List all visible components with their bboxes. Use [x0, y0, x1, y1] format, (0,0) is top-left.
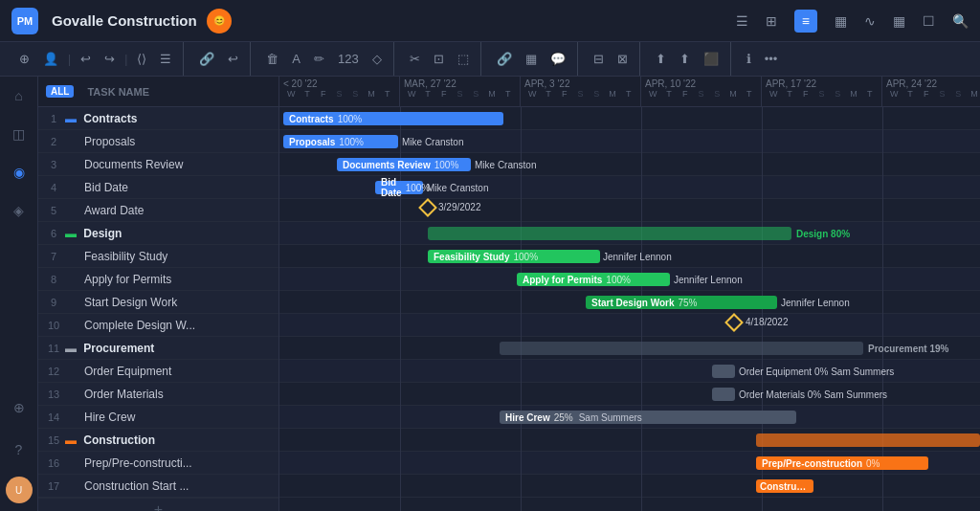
- more-btn[interactable]: •••: [761, 50, 782, 68]
- task-row[interactable]: 14 Hire Crew: [38, 406, 278, 429]
- delete-btn[interactable]: 🗑: [262, 50, 282, 68]
- calendar-icon[interactable]: ▦: [893, 13, 905, 29]
- add-btn[interactable]: ⊕: [15, 50, 33, 68]
- export1-btn[interactable]: ⬆: [652, 50, 670, 68]
- grid-btn[interactable]: ▦: [522, 50, 541, 68]
- add-user-btn[interactable]: 👤: [39, 50, 62, 68]
- task-row[interactable]: 17 Construction Start ...: [38, 475, 278, 498]
- task-row[interactable]: 15 ▬ Construction: [38, 429, 278, 452]
- day-cell: W: [766, 89, 782, 99]
- bar-label: Contracts: [289, 114, 334, 124]
- bar-user: Mike Cranston: [475, 160, 536, 170]
- task-row[interactable]: 2 Proposals: [38, 130, 278, 153]
- copy-btn[interactable]: ⊡: [430, 50, 448, 68]
- group-collapse-icon[interactable]: ▬: [65, 342, 77, 355]
- task-row[interactable]: 1 ▬ Contracts: [38, 107, 278, 130]
- feasibility-bar[interactable]: Feasibility Study 100%: [428, 250, 600, 263]
- bid-date-bar[interactable]: Bid Date 100%: [375, 181, 423, 194]
- task-row[interactable]: 4 Bid Date: [38, 176, 278, 199]
- calendar-sidebar-icon[interactable]: ◫: [9, 122, 29, 145]
- group-collapse-icon[interactable]: ▬: [65, 112, 77, 125]
- add-sidebar-icon[interactable]: ⊕: [10, 396, 29, 419]
- prep-bar[interactable]: Prep/Pre-construction 0%: [756, 456, 928, 470]
- shape-btn[interactable]: ◇: [368, 50, 386, 68]
- design-work-bar[interactable]: Start Design Work 75%: [586, 296, 777, 309]
- day-cell: T: [661, 89, 678, 99]
- row-number: 15: [42, 434, 65, 446]
- add-task-btn[interactable]: +: [38, 498, 278, 511]
- day-cells: W T F S S M T: [404, 89, 516, 99]
- task-row[interactable]: 6 ▬ Design: [38, 222, 278, 245]
- number-btn[interactable]: 123: [334, 50, 363, 68]
- list-btn[interactable]: ☰: [156, 50, 175, 68]
- gantt-chart[interactable]: < 20 '22 W T F S S M T MAR, 27 '22 W T F: [279, 77, 980, 511]
- permits-bar[interactable]: Apply for Permits 100%: [517, 273, 670, 286]
- user-avatar[interactable]: 😊: [207, 9, 232, 33]
- table-view-icon[interactable]: ▦: [835, 13, 847, 29]
- paint-btn[interactable]: ✏: [310, 50, 328, 68]
- task-row[interactable]: 5 Award Date: [38, 199, 278, 222]
- construction-start-bar[interactable]: Construction Start Date: [756, 479, 813, 493]
- contracts-bar[interactable]: Contracts 100%: [283, 112, 503, 125]
- redo-btn[interactable]: ↪: [100, 50, 119, 68]
- bar-pct: 100%: [606, 275, 631, 285]
- baseline2-btn[interactable]: ⊠: [613, 50, 632, 68]
- group-collapse-icon[interactable]: ▬: [65, 227, 77, 240]
- export2-btn[interactable]: ⬆: [676, 50, 694, 68]
- print-btn[interactable]: ⬛: [700, 50, 723, 68]
- design-group-bar[interactable]: [428, 227, 791, 240]
- task-row[interactable]: 12 Order Equipment: [38, 360, 278, 383]
- docs-icon[interactable]: ☐: [923, 13, 935, 29]
- hire-crew-bar[interactable]: Hire Crew 25% Sam Summers: [500, 411, 796, 424]
- row-name: Apply for Permits: [65, 273, 275, 286]
- list-view-icon[interactable]: ☰: [736, 13, 748, 29]
- task-row[interactable]: 10 Complete Design W...: [38, 314, 278, 337]
- user-avatar-sidebar[interactable]: U: [6, 477, 33, 503]
- attach-btn[interactable]: 🔗: [493, 50, 516, 68]
- text-btn[interactable]: A: [288, 50, 304, 68]
- task-row[interactable]: 3 Documents Review: [38, 153, 278, 176]
- unlink-btn[interactable]: ↩: [224, 50, 242, 68]
- search-icon[interactable]: 🔍: [952, 13, 969, 29]
- proposals-bar[interactable]: Proposals 100%: [283, 135, 398, 148]
- gantt-view-icon[interactable]: ≡: [794, 10, 817, 33]
- order-materials-bar[interactable]: [712, 388, 735, 401]
- all-badge[interactable]: ALL: [46, 85, 74, 98]
- task-row[interactable]: 16 Prep/Pre-constructi...: [38, 452, 278, 475]
- group-collapse-icon[interactable]: ▬: [65, 433, 77, 447]
- gantt-body: Contracts 100% Proposals 100% Mike Crans…: [279, 107, 980, 511]
- timeline-icon[interactable]: ∿: [864, 13, 876, 29]
- info-btn[interactable]: ℹ: [743, 50, 755, 68]
- day-cell: T: [420, 89, 436, 99]
- code-btn[interactable]: ⟨⟩: [133, 50, 150, 68]
- bar-pct: 100%: [339, 137, 364, 147]
- baseline-btn[interactable]: ⊟: [590, 50, 608, 68]
- documents-review-bar[interactable]: Documents Review 100%: [337, 158, 471, 171]
- link-btn[interactable]: 🔗: [195, 50, 218, 68]
- bag-icon[interactable]: ◈: [10, 199, 28, 222]
- construction-group-bar[interactable]: [756, 433, 980, 447]
- task-row[interactable]: 9 Start Design Work: [38, 291, 278, 314]
- task-row[interactable]: 11 ▬ Procurement: [38, 337, 278, 360]
- bar-label: Prep/Pre-construction: [762, 458, 862, 469]
- day-cell: F: [797, 89, 813, 99]
- task-row[interactable]: 8 Apply for Permits: [38, 268, 278, 291]
- date-group: < 20 '22 W T F S S M T: [279, 77, 400, 106]
- bar-pct: 100%: [513, 252, 538, 262]
- user-sidebar-icon[interactable]: ◉: [10, 161, 29, 184]
- procurement-bar[interactable]: [500, 342, 863, 355]
- task-row[interactable]: 7 Feasibility Study: [38, 245, 278, 268]
- order-equipment-bar[interactable]: [712, 365, 735, 378]
- date-group: APR, 24 '22 W T F S S M T: [882, 77, 980, 106]
- undo-btn[interactable]: ↩: [77, 50, 95, 68]
- home-icon[interactable]: ⌂: [11, 84, 26, 107]
- toolbar-group-export: ⬆ ⬆ ⬛: [644, 42, 731, 76]
- cut-btn[interactable]: ✂: [406, 50, 424, 68]
- paste-btn[interactable]: ⬚: [454, 50, 473, 68]
- day-cell: F: [677, 89, 693, 99]
- help-icon[interactable]: ?: [11, 438, 27, 461]
- comment-btn[interactable]: 💬: [546, 50, 569, 68]
- task-row[interactable]: 13 Order Materials: [38, 383, 278, 406]
- bar-chart-icon[interactable]: ⊞: [766, 13, 777, 29]
- group-label: Procurement: [83, 342, 154, 355]
